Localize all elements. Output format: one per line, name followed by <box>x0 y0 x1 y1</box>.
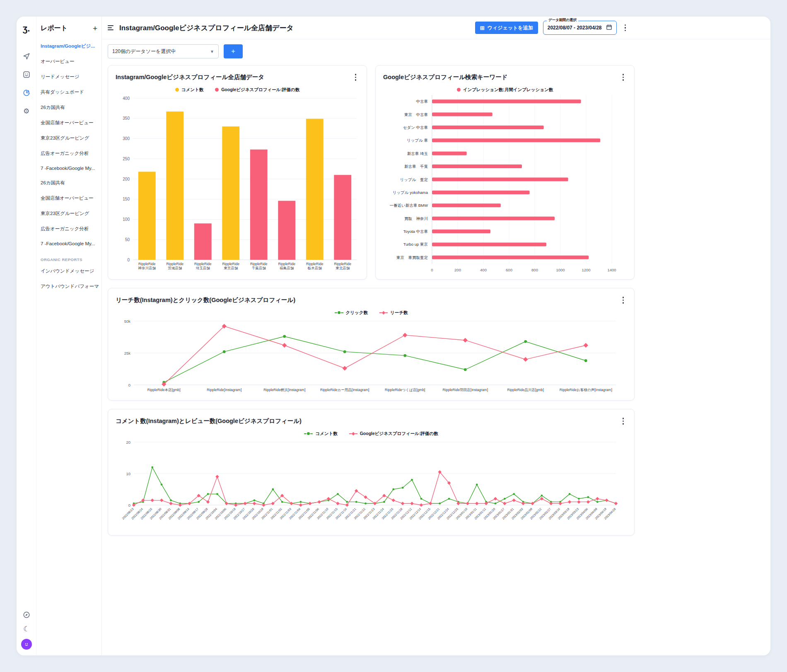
inbox-smiley-icon[interactable] <box>22 70 31 79</box>
chart-legend: コメント数Googleビジネスプロフィール:評価の数 <box>116 87 359 93</box>
svg-text:中古車: 中古車 <box>416 99 428 104</box>
svg-text:新古車 埼玉: 新古車 埼玉 <box>407 151 428 155</box>
paper-plane-icon[interactable] <box>22 52 31 60</box>
date-range-value: 2022/08/07 - 2023/04/28 <box>548 25 602 31</box>
card-kebab-menu[interactable] <box>352 71 360 83</box>
report-list: Instagram/Googleビジ...オーバービューリードメッセージ共有ダッ… <box>40 39 99 294</box>
sidebar-item[interactable]: オーバービュー <box>40 54 99 69</box>
svg-text:10: 10 <box>126 471 130 476</box>
chart-legend: クリック数リーチ数 <box>116 309 627 316</box>
sidebar-item[interactable]: 7 -Facebook/Google My... <box>40 237 99 251</box>
chart-legend: インプレッション数:月間インプレッション数 <box>383 87 627 93</box>
bar-chart-canvas: 050100150200250300350400RippleRide神奈川店舗R… <box>116 94 359 276</box>
legend-item[interactable]: Googleビジネスプロフィール:評価の数 <box>215 87 299 93</box>
moon-icon[interactable]: ☾ <box>22 625 31 633</box>
header-kebab-menu[interactable] <box>622 22 629 34</box>
sidebar-item[interactable]: 全国店舗オーバービュー <box>40 191 99 206</box>
rail-top-icons: ⚙ <box>22 52 31 115</box>
svg-text:セダン 中古車: セダン 中古車 <box>403 125 428 129</box>
sidebar-item[interactable]: 共有ダッシュボード <box>40 85 99 100</box>
svg-text:RippleRide東北店舗: RippleRide東北店舗 <box>334 262 351 270</box>
svg-text:50: 50 <box>125 237 130 242</box>
avatar[interactable] <box>21 639 32 650</box>
hbar-chart-canvas: 0200400600800100012001400中古車東京 中古車セダン 中古… <box>383 94 627 276</box>
sidebar-item[interactable]: 全国店舗オーバービュー <box>40 115 99 131</box>
legend-item[interactable]: クリック数 <box>335 310 368 316</box>
svg-text:RippleRide福島店舗: RippleRide福島店舗 <box>278 262 295 270</box>
svg-text:1400: 1400 <box>607 268 616 272</box>
sidebar-item[interactable]: 東京23区グルーピング <box>40 206 99 221</box>
svg-text:一番近い新古車 BMW: 一番近い新古車 BMW <box>389 203 428 208</box>
svg-text:RippleRide東京店舗: RippleRide東京店舗 <box>222 262 239 270</box>
card-title: Googleビジネスプロフィール検索キーワード <box>383 71 508 81</box>
gear-icon[interactable]: ⚙ <box>22 107 31 115</box>
svg-text:リップル 査定: リップル 査定 <box>400 177 428 181</box>
add-report-button[interactable]: + <box>93 24 97 32</box>
svg-text:Turbo up 東京: Turbo up 東京 <box>403 242 428 247</box>
main-area: Instagram/Googleビジネスプロフィール全店舗データ ⊞ ウィジェッ… <box>102 17 770 655</box>
svg-text:買取 神奈川: 買取 神奈川 <box>404 216 428 220</box>
report-menu-icon[interactable] <box>108 25 113 30</box>
line-chart-canvas: 010202022/08/232022/08/242022/08/252022/… <box>116 438 627 532</box>
sidebar-item[interactable]: Instagram/Googleビジ... <box>40 39 99 54</box>
app-logo[interactable]: ʒ. <box>23 23 30 34</box>
add-datasource-button[interactable]: + <box>224 44 243 58</box>
sidebar-item[interactable]: 26カ国共有 <box>40 175 99 191</box>
svg-text:RippleRide[Instagram]: RippleRide[Instagram] <box>207 388 241 392</box>
svg-text:RippleRideつくば店[gmb]: RippleRideつくば店[gmb] <box>385 388 425 392</box>
header-actions: ⊞ ウィジェットを追加 データ期間の選択 2022/08/07 - 2023/0… <box>475 21 629 35</box>
svg-text:1000: 1000 <box>556 268 565 272</box>
icon-rail: ʒ. ⚙ ☾ <box>17 17 36 655</box>
svg-text:新古車 千葉: 新古車 千葉 <box>404 164 428 169</box>
sidebar-item[interactable]: 26カ国共有 <box>40 100 99 115</box>
card-kebab-menu[interactable] <box>620 294 627 306</box>
sidebar-item[interactable]: 7 -Facebook/Google My... <box>40 161 99 175</box>
svg-text:リップル 車: リップル 車 <box>407 138 428 143</box>
add-widget-button[interactable]: ⊞ ウィジェットを追加 <box>475 22 538 34</box>
svg-text:リップル yokohama: リップル yokohama <box>393 190 428 194</box>
pie-chart-icon[interactable] <box>22 89 31 97</box>
sidebar: レポート + Instagram/Googleビジ...オーバービューリードメッ… <box>36 17 102 655</box>
sidebar-item[interactable]: リードメッセージ <box>40 69 99 85</box>
legend-item[interactable]: リーチ数 <box>379 310 408 316</box>
svg-text:RippleRide千葉店舗: RippleRide千葉店舗 <box>250 262 268 270</box>
date-range-picker[interactable]: データ期間の選択 2022/08/07 - 2023/04/28 <box>543 21 617 35</box>
legend-item[interactable]: コメント数 <box>175 87 203 93</box>
sidebar-item[interactable]: 広告オーガニック分析 <box>40 221 99 237</box>
chart-card-reach-clicks: リーチ数(Instagram)とクリック数(Googleビジネスプロフィール) … <box>108 288 635 401</box>
svg-text:250: 250 <box>123 156 130 161</box>
sidebar-item[interactable]: インバウンドメッセージ <box>40 263 99 279</box>
sidebar-item[interactable]: アウトバウンドパフォーマンス <box>40 279 99 294</box>
page-background: ʒ. ⚙ ☾ <box>0 0 787 672</box>
card-kebab-menu[interactable] <box>620 71 627 83</box>
sidebar-item[interactable]: 広告オーガニック分析 <box>40 146 99 161</box>
legend-label: Googleビジネスプロフィール:評価の数 <box>360 431 438 437</box>
svg-text:300: 300 <box>123 136 130 141</box>
svg-text:20: 20 <box>126 440 130 444</box>
datasource-select[interactable]: 120個のデータソーを選択中 ▼ <box>108 44 219 58</box>
legend-item[interactable]: コメント数 <box>304 431 337 437</box>
svg-text:1200: 1200 <box>582 268 590 272</box>
svg-text:0: 0 <box>128 382 130 387</box>
sidebar-item[interactable]: 東京23区グルーピング <box>40 131 99 146</box>
svg-text:RippleRide栃木店舗: RippleRide栃木店舗 <box>306 262 323 270</box>
svg-text:200: 200 <box>454 268 461 272</box>
sidebar-title: レポート <box>41 24 68 33</box>
svg-text:100: 100 <box>123 217 130 222</box>
page-title: Instagram/Googleビジネスプロフィール全店舗データ <box>119 23 294 33</box>
svg-text:50k: 50k <box>124 319 131 323</box>
legend-item[interactable]: インプレッション数:月間インプレッション数 <box>457 87 553 93</box>
add-widget-label: ウィジェットを追加 <box>488 24 533 31</box>
legend-item[interactable]: Googleビジネスプロフィール:評価の数 <box>349 431 438 437</box>
card-kebab-menu[interactable] <box>620 415 627 427</box>
card-title: Instagram/Googleビジネスプロフィール全店舗データ <box>116 71 264 81</box>
card-title: リーチ数(Instagram)とクリック数(Googleビジネスプロフィール) <box>116 294 295 304</box>
svg-text:0: 0 <box>431 268 433 272</box>
svg-text:0: 0 <box>127 257 130 262</box>
svg-text:RippleRideお客様の声[Instagram]: RippleRideお客様の声[Instagram] <box>560 388 612 392</box>
legend-label: コメント数 <box>315 431 337 437</box>
svg-text:400: 400 <box>480 268 487 272</box>
svg-text:350: 350 <box>123 116 130 121</box>
svg-text:RippleRide本店[gmb]: RippleRide本店[gmb] <box>147 388 181 392</box>
compass-icon[interactable] <box>22 611 31 619</box>
